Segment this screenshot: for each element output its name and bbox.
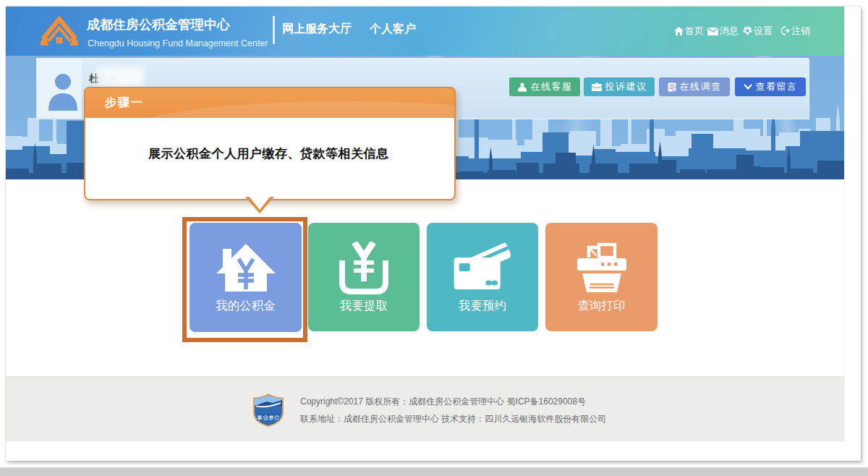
svg-text:事业单位: 事业单位 [257, 415, 280, 421]
